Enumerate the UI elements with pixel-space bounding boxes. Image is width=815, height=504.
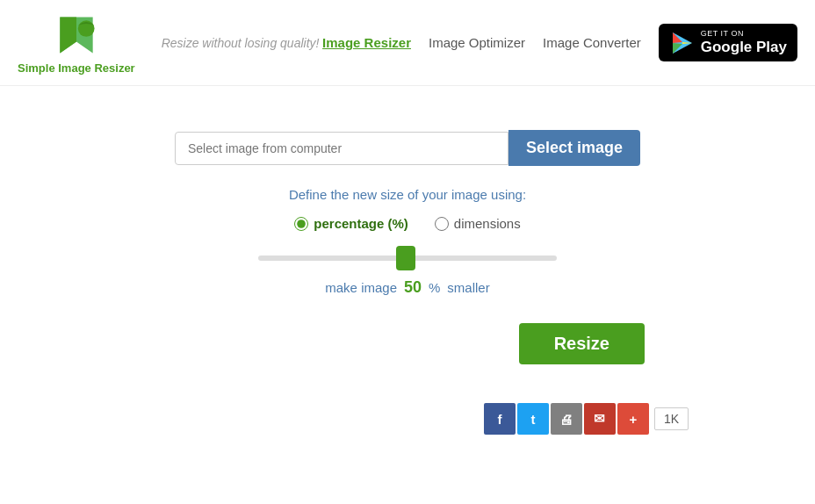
resize-button[interactable]: Resize (519, 323, 645, 364)
percent-value: 50 (404, 278, 422, 297)
percent-sign: % (429, 280, 440, 295)
resize-options-row: percentage (%) dimensions (294, 216, 520, 231)
dimensions-radio[interactable] (435, 217, 449, 231)
logo-text: Simple Image Resizer (18, 61, 135, 75)
bottom-area: Resize f t 🖨 ✉ + 1K (18, 323, 797, 435)
resize-slider[interactable] (258, 256, 557, 261)
main-nav: Image Resizer Image Optimizer Image Conv… (322, 24, 797, 61)
google-play-text: GET IT ON Google Play (701, 29, 787, 56)
email-icon: ✉ (594, 411, 605, 427)
dimensions-option[interactable]: dimensions (435, 216, 521, 231)
main-content: Select image Define the new size of your… (0, 86, 815, 461)
plus-icon: + (629, 412, 637, 427)
dimensions-label: dimensions (454, 216, 521, 231)
nav-image-resizer[interactable]: Image Resizer (322, 35, 411, 50)
share-count: 1K (654, 407, 689, 430)
google-play-icon (669, 31, 694, 55)
print-icon: 🖨 (559, 412, 573, 427)
nav-image-converter[interactable]: Image Converter (543, 35, 641, 50)
slider-container (258, 248, 557, 264)
share-row: f t 🖨 ✉ + 1K (484, 403, 689, 435)
percentage-radio[interactable] (294, 217, 308, 231)
percentage-label: percentage (%) (314, 216, 408, 231)
define-size-text: Define the new size of your image using: (289, 187, 526, 202)
file-input-row: Select image (175, 130, 640, 166)
header: Simple Image Resizer Resize without losi… (0, 0, 815, 86)
make-image-suffix: smaller (447, 280, 489, 295)
facebook-icon: f (497, 412, 501, 427)
google-play-button[interactable]: GET IT ON Google Play (659, 24, 797, 61)
select-image-button[interactable]: Select image (508, 130, 640, 166)
logo-area: Simple Image Resizer (18, 11, 135, 75)
make-image-row: make image 50 % smaller (325, 278, 489, 297)
google-play-top-text: GET IT ON (701, 29, 787, 39)
tagline: Resize without losing quality! (162, 36, 320, 50)
share-plus-button[interactable]: + (617, 403, 649, 435)
twitter-icon: t (530, 412, 535, 427)
share-email-button[interactable]: ✉ (584, 403, 616, 435)
file-path-input[interactable] (175, 132, 508, 165)
google-play-bottom-text: Google Play (701, 39, 787, 56)
nav-image-optimizer[interactable]: Image Optimizer (429, 35, 525, 50)
share-facebook-button[interactable]: f (484, 403, 516, 435)
percentage-option[interactable]: percentage (%) (294, 216, 408, 231)
make-image-prefix: make image (325, 280, 397, 295)
share-twitter-button[interactable]: t (517, 403, 549, 435)
logo-icon (52, 11, 101, 60)
share-print-button[interactable]: 🖨 (551, 403, 582, 435)
